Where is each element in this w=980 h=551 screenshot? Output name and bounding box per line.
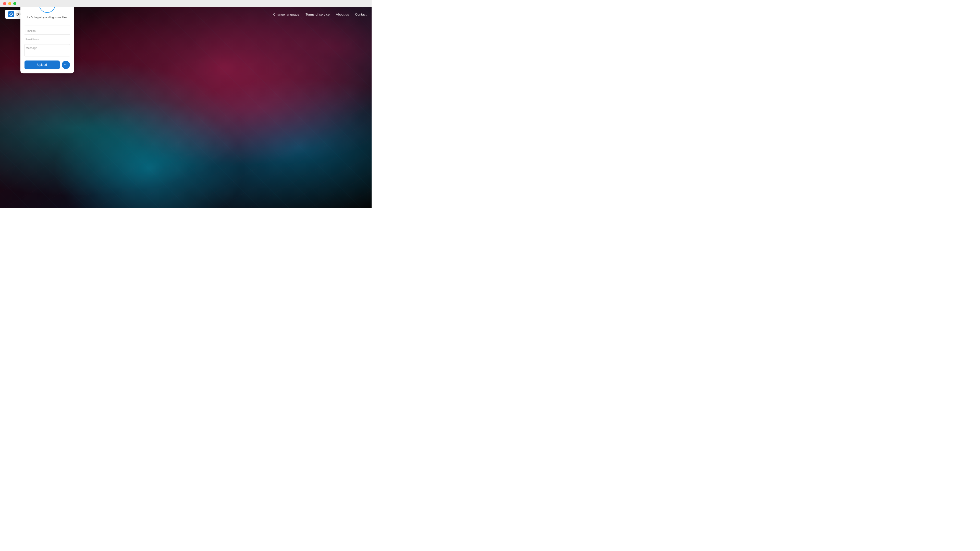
upload-hint: Let's begin by adding some files: [27, 16, 67, 19]
upload-card: + Let's begin by adding some files Uploa…: [21, 0, 74, 73]
nav-contact[interactable]: Contact: [355, 13, 366, 16]
more-options-button[interactable]: ···: [62, 61, 70, 69]
nav-about-us[interactable]: About us: [336, 13, 349, 16]
nav-terms-of-service[interactable]: Terms of service: [305, 13, 330, 16]
minimize-button[interactable]: [8, 2, 11, 5]
card-actions: Upload ···: [24, 60, 70, 69]
logo-icon: [8, 11, 14, 17]
window-chrome: [0, 0, 372, 7]
message-input[interactable]: [24, 44, 70, 56]
svg-point-1: [10, 13, 12, 15]
email-to-input[interactable]: [24, 27, 70, 35]
email-from-input[interactable]: [24, 36, 70, 43]
maximize-button[interactable]: [13, 2, 16, 5]
close-button[interactable]: [3, 2, 6, 5]
nav-change-language[interactable]: Change language: [273, 13, 300, 16]
upload-button[interactable]: Upload: [24, 60, 60, 69]
nav-links: Change language Terms of service About u…: [273, 13, 366, 16]
